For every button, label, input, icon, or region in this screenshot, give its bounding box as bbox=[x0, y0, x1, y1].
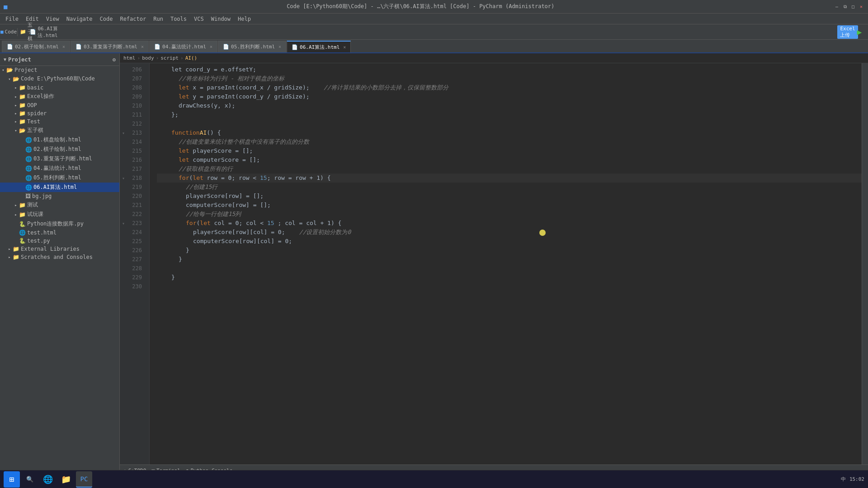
code-line-225[interactable]: computerScore[row][col] = 0; bbox=[157, 237, 862, 246]
sidebar-item-spider[interactable]: ▸📁spider bbox=[0, 109, 119, 117]
code-line-213[interactable]: function AI() { bbox=[157, 128, 862, 137]
sidebar-item-test[interactable]: ▸📁Test bbox=[0, 117, 119, 126]
fold-icon[interactable]: ▾ bbox=[122, 176, 125, 181]
menu-item-vcs[interactable]: VCS bbox=[190, 15, 208, 23]
tab-bar: 📄02.棋子绘制.html×📄03.重复落子判断.html×📄04.赢法统计.h… bbox=[0, 40, 868, 53]
tab-02-棋子绘制-html[interactable]: 📄02.棋子绘制.html× bbox=[2, 41, 70, 52]
fold-icon[interactable]: ▾ bbox=[122, 131, 125, 136]
menu-item-window[interactable]: Window bbox=[208, 15, 234, 23]
sidebar-item-file05[interactable]: 🌐05.胜利判断.html bbox=[0, 173, 119, 183]
run-button[interactable]: ▶ bbox=[854, 27, 864, 37]
code-line-226[interactable]: } bbox=[157, 246, 862, 255]
sidebar-item-project-root[interactable]: ▾📂Project bbox=[0, 66, 119, 74]
code-line-228[interactable] bbox=[157, 264, 862, 273]
run-config-button[interactable]: Excel上传 bbox=[843, 27, 853, 37]
sidebar-item-excel-ops[interactable]: ▸📁Excel操作 bbox=[0, 92, 119, 101]
code-line-212[interactable] bbox=[157, 119, 862, 128]
taskbar-pycharm[interactable]: PC bbox=[76, 471, 92, 488]
menu-item-refactor[interactable]: Refactor bbox=[116, 15, 150, 23]
start-button[interactable]: ⊞ bbox=[4, 471, 20, 488]
tab-close-button[interactable]: × bbox=[141, 44, 144, 49]
menu-item-navigate[interactable]: Navigate bbox=[63, 15, 96, 23]
file-selector[interactable]: 📄 06.AI算法.html bbox=[39, 27, 49, 37]
sidebar-item-external-libs[interactable]: ▸📁External Libraries bbox=[0, 245, 119, 253]
code-line-219[interactable]: //创建15行 bbox=[157, 183, 862, 192]
code-line-218[interactable]: for(let row = 0; row < 15; row = row + 1… bbox=[157, 174, 862, 183]
menu-item-file[interactable]: File bbox=[2, 15, 22, 23]
code-line-222[interactable]: //给每一行创建15列 bbox=[157, 210, 862, 219]
maximize-button[interactable]: □ bbox=[850, 4, 856, 10]
code-line-229[interactable]: } bbox=[157, 273, 862, 282]
sidebar-item-python-db[interactable]: 🐍Python连接数据库.py bbox=[0, 219, 119, 229]
gutter-line-211 bbox=[120, 110, 127, 119]
code-line-210[interactable]: drawChess(y, x); bbox=[157, 101, 862, 110]
project-expand-icon[interactable]: ▼ bbox=[4, 57, 6, 62]
tab-03-重复落子判断-html[interactable]: 📄03.重复落子判断.html× bbox=[71, 41, 149, 52]
sidebar-item-try-folder[interactable]: ▸📁试玩课 bbox=[0, 210, 119, 219]
fold-icon[interactable]: ▾ bbox=[122, 221, 125, 226]
code-content[interactable]: let coord_y = e.offsetY;//将坐标转为行列 - 相对于棋… bbox=[150, 63, 862, 465]
folder-arrow-icon: ▸ bbox=[13, 103, 19, 108]
sidebar-item-code-root[interactable]: ▾📂Code E:\Python60期\Code bbox=[0, 74, 119, 84]
sidebar-item-test-folder[interactable]: ▸📁测试 bbox=[0, 200, 119, 210]
sidebar-item-file06[interactable]: 🌐06.AI算法.html bbox=[0, 183, 119, 192]
taskbar-ie[interactable]: 🌐 bbox=[40, 471, 56, 488]
code-editor[interactable]: ▾▾▾ 206207208209210211212213214215216217… bbox=[120, 63, 868, 465]
code-line-206[interactable]: let coord_y = e.offsetY; bbox=[157, 65, 862, 74]
project-selector[interactable]: ■ Code bbox=[4, 27, 14, 37]
code-line-223[interactable]: for(let col = 0; col < 15 ; col = col + … bbox=[157, 219, 862, 228]
menu-item-view[interactable]: View bbox=[42, 15, 63, 23]
sidebar-item-file04[interactable]: 🌐04.赢法统计.html bbox=[0, 164, 119, 173]
tab-close-button[interactable]: × bbox=[343, 45, 346, 50]
sidebar-item-scratches[interactable]: ▸📁Scratches and Consoles bbox=[0, 253, 119, 261]
sidebar-item-basic[interactable]: ▸📁basic bbox=[0, 84, 119, 92]
folder-icon: 📂 bbox=[6, 67, 13, 73]
code-line-220[interactable]: playerScore[row] = []; bbox=[157, 192, 862, 201]
sidebar-item-test-html[interactable]: 🌐test.html bbox=[0, 229, 119, 237]
code-line-230[interactable] bbox=[157, 282, 862, 291]
breadcrumb-part-4[interactable]: AI() bbox=[185, 55, 198, 61]
breadcrumb-part-1[interactable]: html bbox=[123, 55, 136, 61]
code-line-207[interactable]: //将坐标转为行列 - 相对于棋盘的坐标 bbox=[157, 74, 862, 83]
sidebar-item-file-bg[interactable]: 🖼bg.jpg bbox=[0, 192, 119, 200]
gutter-line-216 bbox=[120, 155, 127, 164]
breadcrumb-part-3[interactable]: script bbox=[160, 55, 179, 61]
sidebar-item-file01[interactable]: 🌐01.棋盘绘制.html bbox=[0, 135, 119, 145]
search-button[interactable]: 🔍 bbox=[22, 471, 38, 488]
sidebar-settings-icon[interactable]: ⚙ bbox=[113, 56, 116, 63]
menu-item-tools[interactable]: Tools bbox=[167, 15, 190, 23]
code-line-211[interactable]: }; bbox=[157, 110, 862, 119]
title-bar: ■ Code [E:\Python60期\Code] - …\六子棋\06.AI… bbox=[0, 0, 868, 14]
tab-05-胜利判断-html[interactable]: 📄05.胜利判断.html× bbox=[218, 41, 286, 52]
tab-close-button[interactable]: × bbox=[62, 44, 65, 49]
code-line-217[interactable]: //获取棋盘所有的行 bbox=[157, 164, 862, 174]
menu-item-run[interactable]: Run bbox=[150, 15, 167, 23]
code-line-215[interactable]: let playerScore = []; bbox=[157, 146, 862, 155]
breadcrumb-part-2[interactable]: body bbox=[142, 55, 154, 61]
code-line-221[interactable]: computerScore[row] = []; bbox=[157, 201, 862, 210]
menu-item-help[interactable]: Help bbox=[234, 15, 255, 23]
sidebar-item-label: spider bbox=[27, 110, 47, 117]
ime-indicator[interactable]: 中 bbox=[841, 476, 846, 483]
tab-04-赢法统计-html[interactable]: 📄04.赢法统计.html× bbox=[149, 41, 217, 52]
restore-button[interactable]: ⧉ bbox=[842, 4, 848, 10]
sidebar-item-file02[interactable]: 🌐02.棋子绘制.html bbox=[0, 145, 119, 154]
code-line-214[interactable]: //创建变量来统计整个棋盘中没有落子的点的分数 bbox=[157, 137, 862, 146]
tab-close-button[interactable]: × bbox=[278, 44, 281, 49]
tab-06-AI算法-html[interactable]: 📄06.AI算法.html× bbox=[287, 41, 351, 52]
sidebar-item-gobang[interactable]: ▾📂五子棋 bbox=[0, 126, 119, 135]
sidebar-item-oop[interactable]: ▸📁OOP bbox=[0, 101, 119, 109]
close-button[interactable]: ✕ bbox=[858, 4, 864, 10]
code-line-216[interactable]: let computerScore = []; bbox=[157, 155, 862, 164]
tab-close-button[interactable]: × bbox=[210, 44, 212, 49]
code-line-224[interactable]: playerScore[row][col] = 0; //设置初始分数为0 bbox=[157, 228, 862, 237]
code-line-209[interactable]: let y = parseInt(coord_y / gridSize); bbox=[157, 92, 862, 101]
menu-item-code[interactable]: Code bbox=[96, 15, 117, 23]
sidebar-item-file03[interactable]: 🌐03.重复落子判断.html bbox=[0, 154, 119, 164]
sidebar-item-test-py[interactable]: 🐍test.py bbox=[0, 237, 119, 245]
minimize-button[interactable]: — bbox=[834, 4, 840, 10]
code-line-227[interactable]: } bbox=[157, 255, 862, 264]
code-line-208[interactable]: let x = parseInt(coord_x / gridSize); //… bbox=[157, 83, 862, 92]
taskbar-file-explorer[interactable]: 📁 bbox=[58, 471, 74, 488]
line-number-209: 209 bbox=[127, 92, 146, 101]
